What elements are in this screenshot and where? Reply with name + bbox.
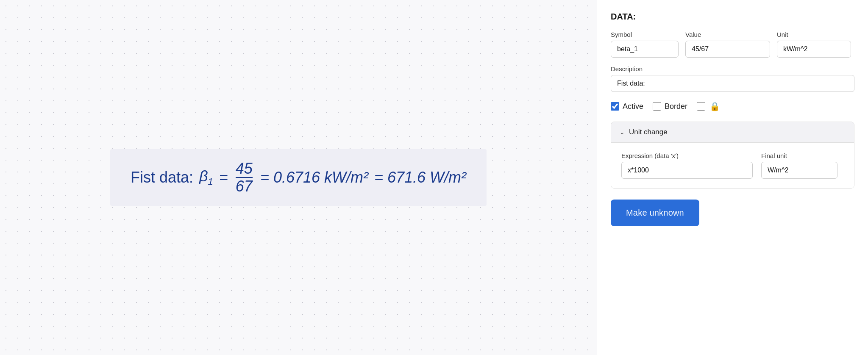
beta-symbol: β1 <box>199 167 213 187</box>
unit-field-group: Unit <box>777 31 851 58</box>
active-label: Active <box>623 102 643 111</box>
unit-change-section: ⌄ Unit change Expression (data 'x') Fina… <box>611 122 854 189</box>
lock-checkbox[interactable] <box>697 102 705 111</box>
symbol-field-group: Symbol <box>611 31 679 58</box>
border-checkbox-item[interactable]: Border <box>653 102 687 111</box>
formula-label: Fist data: <box>131 169 193 186</box>
lock-icon: 🔒 <box>709 101 720 111</box>
description-field-group: Description <box>611 65 854 92</box>
unit-change-body: Expression (data 'x') Final unit <box>611 142 854 188</box>
unit-input[interactable] <box>777 41 851 58</box>
checkboxes-row: Active Border 🔒 <box>611 101 854 111</box>
right-panel: DATA: Symbol Value Unit Description Acti… <box>597 0 868 355</box>
data-section-title: DATA: <box>611 12 854 22</box>
final-unit-label: Final unit <box>761 152 837 159</box>
numerator: 45 <box>236 161 253 178</box>
border-label: Border <box>665 102 687 111</box>
active-checkbox[interactable] <box>611 102 619 111</box>
expression-input[interactable] <box>621 162 753 179</box>
lock-checkbox-item[interactable]: 🔒 <box>697 101 720 111</box>
value-field-group: Value <box>685 31 770 58</box>
expression-field-group: Expression (data 'x') <box>621 152 753 179</box>
canvas-area: Fist data: β1 = 45 67 = 0.6716 kW/m² = 6… <box>0 0 597 355</box>
symbol-value-unit-row: Symbol Value Unit <box>611 31 854 58</box>
expression-label: Expression (data 'x') <box>621 152 753 159</box>
formula-display: Fist data: β1 = 45 67 = 0.6716 kW/m² = 6… <box>131 161 466 194</box>
symbol-label: Symbol <box>611 31 679 38</box>
equals-sign: = <box>219 169 228 186</box>
description-label: Description <box>611 65 854 72</box>
value-label: Value <box>685 31 770 38</box>
active-checkbox-item[interactable]: Active <box>611 102 643 111</box>
make-unknown-button[interactable]: Make unknown <box>611 200 699 226</box>
result1: = 0.6716 kW/m² <box>260 169 368 186</box>
description-input[interactable] <box>611 75 854 92</box>
denominator: 67 <box>236 178 253 194</box>
chevron-down-icon: ⌄ <box>620 129 625 136</box>
unit-change-header[interactable]: ⌄ Unit change <box>611 122 854 142</box>
unit-change-fields: Expression (data 'x') Final unit <box>621 152 844 179</box>
border-checkbox[interactable] <box>653 102 661 111</box>
unit-change-label: Unit change <box>629 128 668 136</box>
unit-label: Unit <box>777 31 851 38</box>
formula-box: Fist data: β1 = 45 67 = 0.6716 kW/m² = 6… <box>110 149 487 206</box>
final-unit-field-group: Final unit <box>761 152 837 179</box>
value-input[interactable] <box>685 41 770 58</box>
symbol-input[interactable] <box>611 41 679 58</box>
result2: = 671.6 W/m² <box>374 169 466 186</box>
fraction: 45 67 <box>236 161 253 194</box>
final-unit-input[interactable] <box>761 162 837 179</box>
